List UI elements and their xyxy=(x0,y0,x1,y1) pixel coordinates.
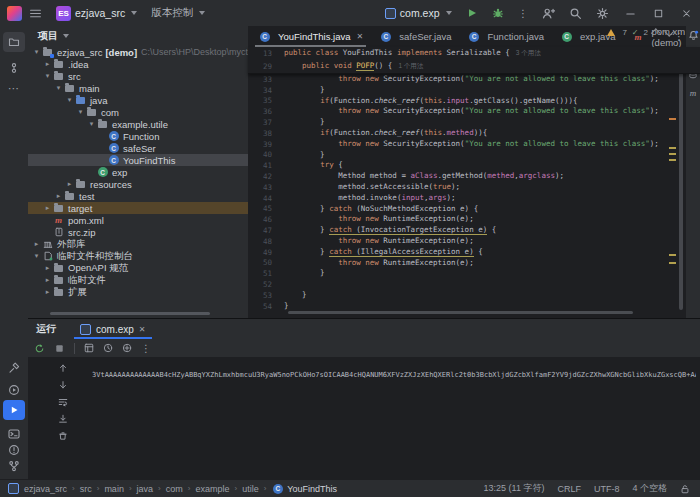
tree-item-Function[interactable]: CFunction xyxy=(28,130,248,142)
code-line-36[interactable]: 36 throw new SecurityException("You are … xyxy=(248,106,700,117)
indent-setting[interactable]: 4 个空格 xyxy=(632,482,667,495)
breadcrumb-item-main[interactable]: main xyxy=(104,484,124,494)
code-line-48[interactable]: 48 throw new RuntimeException(e); xyxy=(248,236,700,247)
maximize-button[interactable] xyxy=(644,0,672,26)
project-widget[interactable]: ES ezjava_src xyxy=(49,0,144,26)
code-line-43[interactable]: 43 method.setAccessible(true); xyxy=(248,182,700,193)
tree-item-外部库[interactable]: ▸外部库 xyxy=(28,238,248,250)
search-everywhere-icon[interactable] xyxy=(562,0,589,26)
project-panel-header[interactable]: 项目 xyxy=(28,26,248,46)
inspection-widget[interactable]: 7 ✓ 2 xyxy=(607,26,672,39)
code-line-41[interactable]: 41 try { xyxy=(248,160,700,171)
code-area[interactable]: 33 throw new SecurityException("You are … xyxy=(248,74,700,312)
close-icon[interactable]: ✕ xyxy=(357,32,364,41)
chevron-down-icon[interactable]: ▾ xyxy=(65,96,74,104)
editor-tab-safeSer[interactable]: CsafeSer.java xyxy=(371,26,459,47)
code-line-54[interactable]: 54} xyxy=(248,301,700,312)
code-line-52[interactable]: 52 xyxy=(248,279,700,290)
code-line-35[interactable]: 35 if(Function.check_reef(this.input.get… xyxy=(248,96,700,107)
more-actions-icon[interactable]: ⋮ xyxy=(141,343,151,354)
vcs-widget[interactable]: 版本控制 xyxy=(144,0,212,26)
tree-item-com[interactable]: ▾com xyxy=(28,106,248,118)
tool-stripe-build-button[interactable] xyxy=(3,358,25,378)
tree-item-YouFindThis[interactable]: CYouFindThis xyxy=(28,154,248,166)
breadcrumb-item-com[interactable]: com xyxy=(166,484,183,494)
tool-stripe-project-folder-button[interactable] xyxy=(3,32,25,52)
tree-item-临时文件[interactable]: ▸临时文件 xyxy=(28,274,248,286)
tool-stripe-services-button[interactable] xyxy=(3,380,25,400)
main-menu-icon[interactable] xyxy=(22,0,49,26)
tree-item-test[interactable]: ▸test xyxy=(28,190,248,202)
breadcrumb-item-ezjava_src[interactable]: ezjava_src xyxy=(24,484,67,494)
tree-item-java[interactable]: ▾java xyxy=(28,94,248,106)
code-line-39[interactable]: 39 throw new SecurityException("You are … xyxy=(248,139,700,150)
code-line-42[interactable]: 42 Method method = aClass.getMethod(meth… xyxy=(248,171,700,182)
tree-item-扩展[interactable]: ▸扩展 xyxy=(28,286,248,298)
breadcrumb-item-YouFindThis[interactable]: CYouFindThis xyxy=(271,483,337,494)
chevron-down-icon[interactable]: ▾ xyxy=(54,84,63,92)
code-line-29[interactable]: 29 public void POFP() {1 个用法 xyxy=(248,60,700,73)
editor-tab-YouFindThis[interactable]: CYouFindThis.java✕ xyxy=(250,26,371,47)
breadcrumb-item-src[interactable]: src xyxy=(80,484,92,494)
breadcrumb-item-example[interactable]: example xyxy=(195,484,229,494)
tree-item-临时文件和控制台[interactable]: ▾临时文件和控制台 xyxy=(28,250,248,262)
maven-icon[interactable]: m xyxy=(690,88,697,98)
chevron-down-icon[interactable]: ▾ xyxy=(32,48,41,56)
tab-options-icon[interactable]: ⋮ xyxy=(674,31,684,42)
soft-wrap-icon[interactable] xyxy=(58,397,68,407)
run-configuration-select[interactable]: com.exp xyxy=(378,0,459,26)
tree-item-example.utile[interactable]: ▾example.utile xyxy=(28,118,248,130)
tool-stripe-git-button[interactable] xyxy=(3,456,25,476)
tree-item-ezjava_src[interactable]: ▾ezjava_src[demo]C:\Users\HP\Desktop\myc… xyxy=(28,46,248,58)
tree-item-exp[interactable]: Cexp xyxy=(28,166,248,178)
history-icon[interactable] xyxy=(103,343,113,353)
editor-horizontal-scrollbar[interactable] xyxy=(288,311,633,314)
tool-stripe-more-button[interactable]: ⋯ xyxy=(3,78,25,98)
breadcrumb-item-java[interactable]: java xyxy=(137,484,154,494)
tree-item-OpenAPI 规范[interactable]: ▸OpenAPI 规范 xyxy=(28,262,248,274)
tool-stripe-commit-button[interactable] xyxy=(3,58,25,78)
chevron-right-icon[interactable]: ▸ xyxy=(43,204,52,212)
code-line-44[interactable]: 44 method.invoke(input,args); xyxy=(248,193,700,204)
usages-inlay-hint[interactable]: 1 个用法 xyxy=(398,62,423,69)
code-line-50[interactable]: 50 throw new RuntimeException(e); xyxy=(248,258,700,269)
code-line-38[interactable]: 38 if(Function.check_reef(this.methed)){ xyxy=(248,128,700,139)
usages-inlay-hint[interactable]: 3 个用法 xyxy=(516,49,541,56)
rerun-icon[interactable] xyxy=(34,343,45,354)
minimize-button[interactable] xyxy=(616,0,644,26)
warning-stripe-mark[interactable] xyxy=(669,153,676,155)
close-icon[interactable]: ✕ xyxy=(139,325,146,334)
warning-stripe-mark[interactable] xyxy=(669,159,676,161)
debug-button[interactable] xyxy=(485,0,511,26)
console-output[interactable]: 3VtAAAAAAAAAAAAAB4cHZyABBqYXZhLmxhbmcuU3… xyxy=(92,371,696,379)
chevron-right-icon[interactable]: ▸ xyxy=(43,264,52,272)
code-line-40[interactable]: 40 } xyxy=(248,150,700,161)
stop-icon[interactable] xyxy=(54,343,65,354)
tree-horizontal-scrollbar[interactable] xyxy=(50,312,210,315)
restore-layout-icon[interactable] xyxy=(84,343,94,353)
code-line-33[interactable]: 33 throw new SecurityException("You are … xyxy=(248,74,700,85)
editor-vertical-scrollbar[interactable] xyxy=(679,72,683,310)
code-line-53[interactable]: 53 } xyxy=(248,290,700,301)
line-ending[interactable]: CRLF xyxy=(557,484,581,494)
run-tab-com-exp[interactable]: com.exp ✕ xyxy=(74,319,152,339)
tree-item-pom.xml[interactable]: mpom.xml xyxy=(28,214,248,226)
close-button[interactable] xyxy=(672,0,700,26)
code-line-46[interactable]: 46 throw new RuntimeException(e); xyxy=(248,214,700,225)
tree-item-resources[interactable]: ▸resources xyxy=(28,178,248,190)
breadcrumb-item-utile[interactable]: utile xyxy=(242,484,259,494)
editor-tab-Function[interactable]: CFunction.java xyxy=(460,26,553,47)
tree-item-src.zip[interactable]: src.zip xyxy=(28,226,248,238)
scroll-to-end-icon[interactable] xyxy=(58,414,68,424)
chevron-down-icon[interactable]: ▾ xyxy=(43,72,52,80)
code-line-49[interactable]: 49 } catch (IllegalAccessException e) { xyxy=(248,247,700,258)
tree-item-safeSer[interactable]: CsafeSer xyxy=(28,142,248,154)
code-with-me-icon[interactable] xyxy=(535,0,562,26)
warning-stripe-mark[interactable] xyxy=(669,254,676,256)
down-stack-trace-icon[interactable] xyxy=(58,380,68,390)
code-line-47[interactable]: 47 } catch (InvocationTargetException e)… xyxy=(248,225,700,236)
readonly-lock-icon[interactable] xyxy=(680,484,690,494)
notifications-icon[interactable] xyxy=(688,30,699,41)
warning-stripe-mark[interactable] xyxy=(669,147,676,149)
chevron-right-icon[interactable]: ▸ xyxy=(65,180,74,188)
